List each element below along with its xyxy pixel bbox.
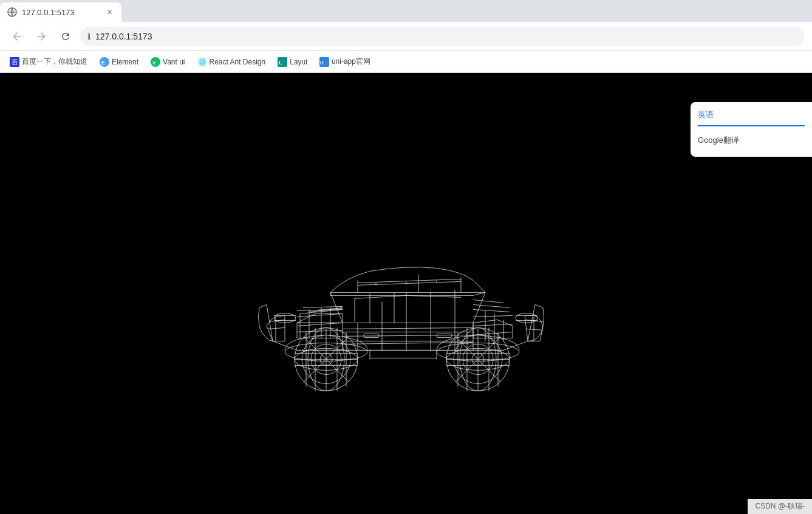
translation-panel-header: 英语 bbox=[698, 109, 805, 126]
vant-favicon: V bbox=[151, 57, 160, 67]
baidu-favicon: 百 bbox=[10, 57, 19, 67]
address-bar[interactable]: ℹ 127.0.0.1:5173 bbox=[80, 27, 805, 46]
layui-favicon: L bbox=[278, 57, 287, 67]
bottom-bar-text: CSDN @-耿瑞- bbox=[755, 502, 805, 510]
svg-line-120 bbox=[343, 327, 473, 329]
svg-line-50 bbox=[473, 315, 513, 317]
address-bar-row: ℹ 127.0.0.1:5173 bbox=[0, 22, 812, 51]
active-tab[interactable]: 127.0.0.1:5173 ✕ bbox=[0, 2, 121, 22]
bookmark-uni[interactable]: U uni-app官网 bbox=[315, 54, 375, 69]
svg-point-106 bbox=[516, 313, 537, 323]
browser-chrome: 127.0.0.1:5173 ✕ ℹ 127.0.0.1:5173 百 百度一下… bbox=[0, 0, 812, 73]
tab-close-button[interactable]: ✕ bbox=[104, 7, 114, 17]
bookmark-element[interactable]: E Element bbox=[95, 55, 143, 69]
forward-button[interactable] bbox=[32, 27, 51, 46]
url-text: 127.0.0.1:5173 bbox=[95, 32, 797, 41]
svg-line-46 bbox=[297, 330, 343, 332]
svg-line-52 bbox=[473, 332, 513, 335]
car-wireframe-svg bbox=[236, 219, 576, 402]
bookmark-vant[interactable]: V Vant ui bbox=[146, 55, 189, 69]
bookmark-baidu[interactable]: 百 百度一下，你就知道 bbox=[5, 54, 92, 69]
svg-line-97 bbox=[355, 295, 406, 298]
bookmark-vant-label: Vant ui bbox=[163, 58, 185, 66]
svg-line-45 bbox=[297, 323, 343, 326]
svg-text:E: E bbox=[101, 60, 105, 66]
svg-line-98 bbox=[406, 295, 461, 297]
translation-google-label: Google翻译 bbox=[698, 135, 739, 146]
svg-line-128 bbox=[473, 300, 503, 303]
svg-line-51 bbox=[473, 324, 513, 326]
car-wireframe-container bbox=[236, 219, 576, 404]
uni-favicon: U bbox=[319, 57, 329, 67]
translation-google-item[interactable]: Google翻译 bbox=[698, 131, 805, 149]
svg-rect-102 bbox=[437, 334, 452, 337]
svg-line-121 bbox=[343, 335, 473, 336]
bookmark-layui-label: Layui bbox=[290, 58, 307, 66]
security-icon: ℹ bbox=[87, 32, 90, 41]
bottom-bar: CSDN @-耿瑞- bbox=[748, 499, 812, 514]
element-favicon: E bbox=[100, 57, 109, 67]
svg-line-44 bbox=[297, 314, 343, 317]
svg-text:V: V bbox=[152, 60, 156, 65]
svg-point-12 bbox=[201, 61, 203, 63]
svg-rect-101 bbox=[364, 334, 379, 337]
bookmarks-bar: 百 百度一下，你就知道 E Element V Vant ui bbox=[0, 51, 812, 73]
tab-favicon bbox=[7, 7, 17, 17]
bookmark-element-label: Element bbox=[112, 58, 138, 66]
svg-text:U: U bbox=[320, 60, 324, 66]
bookmark-react[interactable]: React Ant Design bbox=[193, 55, 271, 69]
bookmark-react-label: React Ant Design bbox=[210, 58, 266, 66]
refresh-button[interactable] bbox=[56, 27, 75, 46]
svg-line-126 bbox=[473, 309, 510, 312]
bookmark-layui[interactable]: L Layui bbox=[273, 55, 312, 69]
svg-text:百: 百 bbox=[12, 59, 18, 66]
translation-panel: 英语 Google翻译 bbox=[691, 102, 812, 157]
react-favicon bbox=[197, 57, 207, 67]
bookmark-baidu-label: 百度一下，你就知道 bbox=[22, 57, 87, 67]
tab-title: 127.0.0.1:5173 bbox=[22, 8, 100, 17]
svg-line-127 bbox=[473, 304, 510, 307]
back-button[interactable] bbox=[7, 27, 27, 46]
tab-bar: 127.0.0.1:5173 ✕ bbox=[0, 0, 812, 22]
svg-line-21 bbox=[473, 292, 485, 323]
bookmark-uni-label: uni-app官网 bbox=[332, 57, 370, 67]
svg-text:L: L bbox=[279, 60, 282, 66]
page-content: 英语 Google翻译 CSDN @-耿瑞- bbox=[0, 73, 812, 514]
